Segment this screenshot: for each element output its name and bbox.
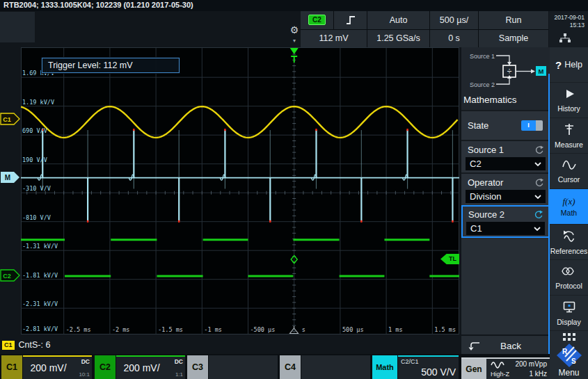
- sidebar-item-label: Help: [564, 60, 582, 70]
- channel-settings-box[interactable]: [209, 355, 278, 379]
- gear-icon[interactable]: ⚙: [287, 24, 301, 36]
- state-toggle[interactable]: I: [521, 120, 543, 131]
- sidebar-item-references[interactable]: References: [550, 225, 588, 260]
- channel-settings-box[interactable]: 200 mV/DC10:1: [23, 355, 92, 379]
- mathematics-panel: Source 1 Source 2 ÷ M Mathematics State …: [461, 47, 550, 334]
- svg-text:R: R: [562, 348, 568, 355]
- channel-group-c3[interactable]: C3: [187, 355, 278, 379]
- channel-badge[interactable]: C1: [1, 355, 22, 379]
- sidebar-item-measure[interactable]: Measure: [550, 118, 588, 154]
- x-time-label: -2.5 ms: [66, 326, 91, 333]
- chevron-down-icon: [534, 195, 541, 199]
- y-scale-label: 690 V/V: [22, 127, 47, 134]
- oscilloscope-screen: RTB2004; 1333.1005K04; 102239 (01.210 20…: [0, 0, 588, 379]
- time-text: 15:13: [549, 22, 585, 29]
- y-scale-label: -2.81 kV/V: [22, 325, 58, 332]
- rising-edge-icon: [344, 14, 357, 26]
- diagram-operator-symbol: ÷: [507, 67, 512, 76]
- history-icon: [562, 88, 576, 103]
- function-sidebar: ?HelpHistoryMeasureCursorf(x)MathReferen…: [550, 47, 588, 379]
- apps-grid-icon[interactable]: [550, 331, 588, 342]
- sidebar-item-help[interactable]: ?Help: [550, 47, 588, 83]
- horizontal-position-button[interactable]: 0 s: [430, 30, 478, 48]
- channel1-position-marker[interactable]: C1: [0, 113, 20, 125]
- trigger-source-button[interactable]: C2: [301, 11, 333, 29]
- channel-probe: 1:1: [175, 371, 183, 378]
- math-badge[interactable]: Math: [372, 355, 397, 379]
- channel2-position-marker[interactable]: C2: [0, 269, 20, 282]
- datetime-panel[interactable]: 2017-09-01 15:13: [549, 11, 588, 47]
- y-scale-label: -310 V/V: [22, 185, 51, 192]
- math-group[interactable]: MathC2/C1500 V/V: [372, 355, 459, 379]
- diagram-source2-label: Source 2: [470, 81, 495, 88]
- menu-label: Menu: [558, 368, 579, 378]
- sidebar-item-label: Protocol: [555, 282, 582, 290]
- operator-dropdown[interactable]: Division: [466, 190, 546, 203]
- channel-group-c2[interactable]: C2200 mV/DC1:1: [95, 355, 185, 379]
- gen-badge[interactable]: Gen: [461, 359, 486, 379]
- generator-group[interactable]: GenHigh-Z200 mVpp1 kHz: [461, 357, 550, 379]
- chevron-down-icon[interactable]: ▾: [287, 38, 301, 44]
- x-time-label: -1 ms: [204, 326, 222, 333]
- sample-rate-button[interactable]: 1.25 GSa/s: [367, 30, 429, 48]
- trigger-level-button[interactable]: 112 mV: [301, 30, 367, 48]
- channel-settings-box[interactable]: [301, 355, 370, 379]
- trigger-edge-button[interactable]: [334, 11, 367, 29]
- timebase-button[interactable]: 500 µs/: [430, 11, 478, 29]
- channel-group-c4[interactable]: C4: [280, 355, 370, 379]
- back-button[interactable]: Back: [461, 336, 550, 356]
- graticule: [21, 47, 459, 334]
- acquisition-toolbar: C2 Auto 500 µs/ Run 112 mV 1.25 GSa/s 0 …: [301, 11, 548, 47]
- refresh-icon[interactable]: [534, 210, 543, 219]
- toolbar-left-panel: [0, 12, 35, 42]
- x-time-label: -1.5 ms: [158, 326, 183, 333]
- sidebar-item-label: History: [557, 104, 580, 113]
- sidebar-item-label: Display: [557, 318, 580, 326]
- sidebar-item-protocol[interactable]: Protocol: [550, 260, 588, 296]
- x-time-label: s: [302, 326, 305, 333]
- source1-dropdown[interactable]: C2: [466, 157, 546, 170]
- channel-coupling: DC: [175, 358, 183, 365]
- diagram-source1-label: Source 1: [470, 53, 495, 60]
- y-scale-label: -1.31 kV/V: [22, 243, 58, 250]
- source1-label: Source 1: [468, 145, 504, 155]
- gen-impedance: High-Z: [491, 371, 509, 378]
- math-position-marker[interactable]: M: [0, 171, 20, 184]
- gen-frequency: 1 kHz: [529, 370, 547, 378]
- y-scale-label: -2.31 kV/V: [22, 300, 58, 307]
- math-source2-section: Source 2 C1: [461, 205, 550, 238]
- channel-badge[interactable]: C2: [95, 355, 116, 379]
- sidebar-item-history[interactable]: History: [550, 83, 588, 118]
- run-stop-button[interactable]: Run: [479, 11, 548, 29]
- acquire-mode-button[interactable]: Sample: [479, 30, 548, 48]
- fx-icon: f(x): [562, 196, 575, 207]
- channel-badge[interactable]: C3: [187, 355, 208, 379]
- status-channel-badge: C1: [2, 341, 15, 350]
- sidebar-item-math[interactable]: f(x)Math: [550, 189, 588, 225]
- svg-text:M: M: [5, 174, 10, 182]
- cursor-icon: [562, 159, 577, 174]
- sidebar-item-display[interactable]: Display: [550, 296, 588, 331]
- chevron-down-icon: [534, 227, 541, 231]
- channel-badge[interactable]: C4: [280, 355, 301, 379]
- svg-text:C1: C1: [3, 116, 11, 123]
- trigger-level-tooltip: Trigger Level: 112 mV: [42, 58, 180, 73]
- channel-bar: C1200 mV/DC10:1C2200 mV/DC1:1C3C4MathC2/…: [0, 354, 550, 379]
- help-icon: ?: [555, 59, 562, 71]
- menu-button[interactable]: RSMenu: [550, 342, 588, 379]
- waveform-area[interactable]: 1.69 kV/V1.19 kV/V690 V/V190 V/V-310 V/V…: [21, 47, 459, 334]
- back-arrow-icon: [468, 341, 482, 352]
- y-scale-label: 190 V/V: [22, 156, 47, 163]
- refresh-icon[interactable]: [535, 145, 544, 154]
- sidebar-item-cursor[interactable]: Cursor: [550, 154, 588, 189]
- waveform-canvas: [21, 47, 459, 334]
- channel-settings-box[interactable]: 200 mV/DC1:1: [116, 355, 185, 379]
- source2-dropdown[interactable]: C1: [466, 222, 545, 235]
- math-settings-box[interactable]: C2/C1500 V/V: [398, 355, 459, 379]
- references-icon: [562, 229, 577, 245]
- math-scale: 500 V/V: [421, 366, 456, 378]
- refresh-icon[interactable]: [535, 178, 544, 187]
- channel-group-c1[interactable]: C1200 mV/DC10:1: [1, 355, 92, 379]
- operator-label: Operator: [468, 177, 503, 188]
- trigger-mode-button[interactable]: Auto: [367, 11, 429, 29]
